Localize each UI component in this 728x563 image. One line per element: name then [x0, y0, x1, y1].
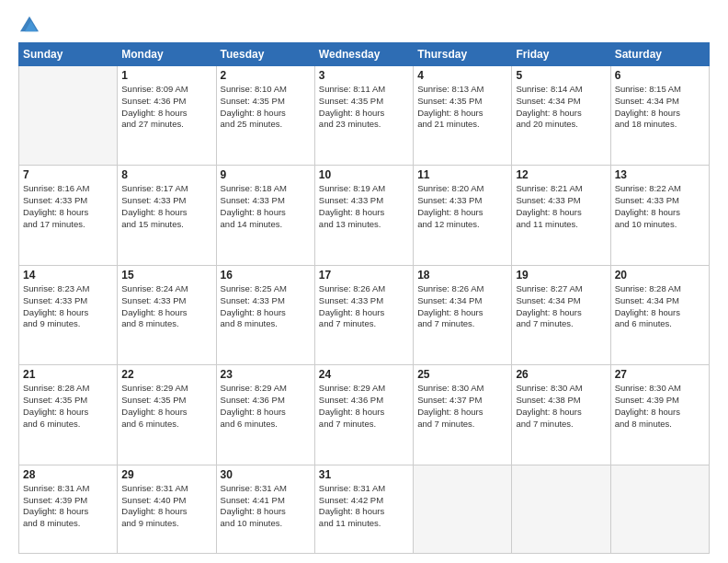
daylight-hours: Daylight: 8 hours [221, 108, 311, 120]
day-number: 25 [417, 368, 507, 381]
sunrise: Sunrise: 8:25 AM [221, 283, 311, 295]
calendar-cell: 19 Sunrise: 8:27 AM Sunset: 4:34 PM Dayl… [512, 265, 610, 364]
day-number: 8 [121, 168, 211, 181]
daylight-hours: Daylight: 8 hours [23, 407, 113, 419]
daylight-minutes: and 23 minutes. [319, 119, 409, 131]
sunrise: Sunrise: 8:10 AM [221, 84, 311, 96]
daylight-minutes: and 11 minutes. [516, 219, 606, 231]
sunset: Sunset: 4:37 PM [417, 395, 507, 407]
daylight-hours: Daylight: 8 hours [319, 506, 409, 518]
calendar-cell [19, 66, 118, 166]
sunset: Sunset: 4:41 PM [221, 495, 311, 507]
daylight-hours: Daylight: 8 hours [23, 506, 113, 518]
sunrise: Sunrise: 8:11 AM [319, 84, 409, 96]
sunrise: Sunrise: 8:30 AM [417, 383, 507, 395]
daylight-minutes: and 7 minutes. [417, 419, 507, 431]
sunrise: Sunrise: 8:31 AM [23, 483, 113, 495]
calendar-cell: 11 Sunrise: 8:20 AM Sunset: 4:33 PM Dayl… [414, 166, 512, 265]
calendar-cell: 18 Sunrise: 8:26 AM Sunset: 4:34 PM Dayl… [414, 265, 512, 364]
calendar-cell: 7 Sunrise: 8:16 AM Sunset: 4:33 PM Dayli… [19, 166, 118, 265]
sunset: Sunset: 4:35 PM [319, 96, 409, 108]
daylight-hours: Daylight: 8 hours [516, 207, 606, 219]
daylight-minutes: and 10 minutes. [221, 518, 311, 530]
day-number: 17 [319, 269, 409, 282]
sunrise: Sunrise: 8:13 AM [417, 84, 507, 96]
day-number: 29 [121, 468, 211, 481]
day-number: 22 [121, 368, 211, 381]
daylight-minutes: and 27 minutes. [121, 119, 211, 131]
daylight-minutes: and 6 minutes. [23, 419, 113, 431]
daylight-minutes: and 10 minutes. [615, 219, 705, 231]
daylight-hours: Daylight: 8 hours [615, 407, 705, 419]
daylight-hours: Daylight: 8 hours [221, 207, 311, 219]
calendar-cell: 14 Sunrise: 8:23 AM Sunset: 4:33 PM Dayl… [19, 265, 118, 364]
sunrise: Sunrise: 8:29 AM [221, 383, 311, 395]
calendar-cell: 29 Sunrise: 8:31 AM Sunset: 4:40 PM Dayl… [118, 465, 216, 553]
daylight-hours: Daylight: 8 hours [121, 506, 211, 518]
sunset: Sunset: 4:42 PM [319, 495, 409, 507]
daylight-minutes: and 6 minutes. [221, 419, 311, 431]
day-number: 26 [516, 368, 606, 381]
daylight-minutes: and 7 minutes. [516, 318, 606, 330]
sunset: Sunset: 4:36 PM [319, 395, 409, 407]
calendar-cell: 2 Sunrise: 8:10 AM Sunset: 4:35 PM Dayli… [216, 66, 314, 166]
sunset: Sunset: 4:33 PM [221, 195, 311, 207]
sunset: Sunset: 4:40 PM [121, 495, 211, 507]
sunrise: Sunrise: 8:31 AM [121, 483, 211, 495]
calendar-cell: 30 Sunrise: 8:31 AM Sunset: 4:41 PM Dayl… [216, 465, 314, 553]
calendar-week-2: 7 Sunrise: 8:16 AM Sunset: 4:33 PM Dayli… [19, 166, 710, 265]
sunset: Sunset: 4:33 PM [417, 195, 507, 207]
sunrise: Sunrise: 8:20 AM [417, 183, 507, 195]
calendar-week-3: 14 Sunrise: 8:23 AM Sunset: 4:33 PM Dayl… [19, 265, 710, 364]
daylight-hours: Daylight: 8 hours [319, 108, 409, 120]
day-number: 12 [516, 168, 606, 181]
daylight-hours: Daylight: 8 hours [516, 307, 606, 319]
daylight-minutes: and 11 minutes. [319, 518, 409, 530]
calendar-cell: 16 Sunrise: 8:25 AM Sunset: 4:33 PM Dayl… [216, 265, 314, 364]
day-number: 15 [121, 269, 211, 282]
sunset: Sunset: 4:34 PM [615, 96, 705, 108]
sunrise: Sunrise: 8:17 AM [121, 183, 211, 195]
weekday-header-monday: Monday [118, 43, 216, 66]
sunset: Sunset: 4:33 PM [23, 195, 113, 207]
day-number: 16 [221, 269, 311, 282]
daylight-minutes: and 25 minutes. [221, 119, 311, 131]
sunset: Sunset: 4:39 PM [23, 495, 113, 507]
day-number: 1 [121, 69, 211, 82]
daylight-hours: Daylight: 8 hours [615, 307, 705, 319]
daylight-minutes: and 7 minutes. [319, 318, 409, 330]
sunset: Sunset: 4:33 PM [319, 195, 409, 207]
calendar-week-5: 28 Sunrise: 8:31 AM Sunset: 4:39 PM Dayl… [19, 465, 710, 553]
calendar-cell: 6 Sunrise: 8:15 AM Sunset: 4:34 PM Dayli… [610, 66, 709, 166]
daylight-hours: Daylight: 8 hours [221, 407, 311, 419]
daylight-minutes: and 8 minutes. [121, 318, 211, 330]
calendar-cell: 20 Sunrise: 8:28 AM Sunset: 4:34 PM Dayl… [610, 265, 709, 364]
daylight-hours: Daylight: 8 hours [417, 307, 507, 319]
sunrise: Sunrise: 8:19 AM [319, 183, 409, 195]
daylight-minutes: and 14 minutes. [221, 219, 311, 231]
day-number: 11 [417, 168, 507, 181]
sunrise: Sunrise: 8:24 AM [121, 283, 211, 295]
sunset: Sunset: 4:36 PM [221, 395, 311, 407]
daylight-hours: Daylight: 8 hours [417, 407, 507, 419]
day-number: 24 [319, 368, 409, 381]
calendar-cell: 5 Sunrise: 8:14 AM Sunset: 4:34 PM Dayli… [512, 66, 610, 166]
day-number: 18 [417, 269, 507, 282]
sunset: Sunset: 4:33 PM [319, 295, 409, 307]
sunrise: Sunrise: 8:26 AM [417, 283, 507, 295]
sunset: Sunset: 4:34 PM [516, 295, 606, 307]
daylight-minutes: and 6 minutes. [121, 419, 211, 431]
sunrise: Sunrise: 8:21 AM [516, 183, 606, 195]
calendar-cell: 23 Sunrise: 8:29 AM Sunset: 4:36 PM Dayl… [216, 365, 314, 465]
sunrise: Sunrise: 8:31 AM [319, 483, 409, 495]
daylight-hours: Daylight: 8 hours [121, 307, 211, 319]
calendar-cell: 21 Sunrise: 8:28 AM Sunset: 4:35 PM Dayl… [19, 365, 118, 465]
daylight-minutes: and 7 minutes. [417, 318, 507, 330]
day-number: 23 [221, 368, 311, 381]
daylight-minutes: and 18 minutes. [615, 119, 705, 131]
daylight-hours: Daylight: 8 hours [23, 207, 113, 219]
sunrise: Sunrise: 8:26 AM [319, 283, 409, 295]
daylight-hours: Daylight: 8 hours [516, 108, 606, 120]
sunrise: Sunrise: 8:16 AM [23, 183, 113, 195]
sunset: Sunset: 4:35 PM [121, 395, 211, 407]
